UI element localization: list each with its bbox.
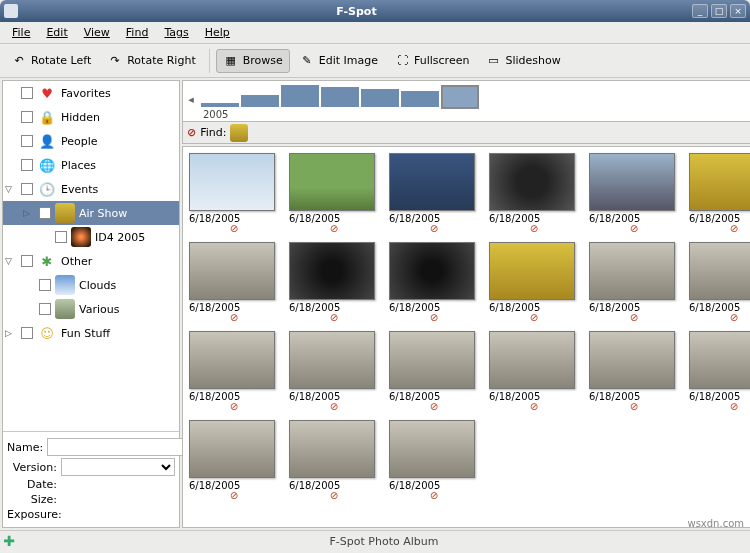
thumbnail-image[interactable] bbox=[589, 153, 675, 211]
timeline[interactable]: ◂ ▸ 2005 bbox=[182, 80, 750, 122]
timeline-prev-button[interactable]: ◂ bbox=[185, 93, 197, 109]
tag-tree[interactable]: ♥Favorites🔒Hidden👤People🌐Places▽🕒Events▷… bbox=[3, 81, 179, 431]
thumbnail[interactable]: 6/18/2005⊘ bbox=[489, 242, 579, 323]
thumbnail-image[interactable] bbox=[489, 331, 575, 389]
expander-icon[interactable]: ▷ bbox=[23, 208, 35, 218]
thumbnail-image[interactable] bbox=[389, 420, 475, 478]
tag-row-events[interactable]: ▽🕒Events bbox=[3, 177, 179, 201]
thumbnail[interactable]: 6/18/2005⊘ bbox=[689, 242, 750, 323]
maximize-button[interactable]: □ bbox=[711, 4, 727, 18]
fullscreen-button[interactable]: ⛶ Fullscreen bbox=[387, 49, 476, 73]
edit-image-button[interactable]: ✎ Edit Image bbox=[292, 49, 385, 73]
tag-checkbox[interactable] bbox=[39, 279, 51, 291]
timeline-bar[interactable] bbox=[361, 89, 399, 107]
thumbnail[interactable]: 6/18/2005⊘ bbox=[689, 331, 750, 412]
tag-checkbox[interactable] bbox=[21, 255, 33, 267]
menu-find[interactable]: Find bbox=[118, 24, 157, 41]
thumbnail[interactable]: 6/18/2005⊘ bbox=[389, 331, 479, 412]
expander-icon[interactable]: ▷ bbox=[5, 328, 17, 338]
rotate-right-button[interactable]: ↷ Rotate Right bbox=[100, 49, 202, 73]
tag-row-hidden[interactable]: 🔒Hidden bbox=[3, 105, 179, 129]
tag-row-fun-stuff[interactable]: ▷☺Fun Stuff bbox=[3, 321, 179, 345]
menu-help[interactable]: Help bbox=[197, 24, 238, 41]
thumbnail[interactable]: 6/18/2005⊘ bbox=[389, 242, 479, 323]
tag-checkbox[interactable] bbox=[21, 111, 33, 123]
tag-checkbox[interactable] bbox=[21, 327, 33, 339]
browse-button[interactable]: ▦ Browse bbox=[216, 49, 290, 73]
thumbnail-image[interactable] bbox=[389, 153, 475, 211]
tag-row-various[interactable]: Various bbox=[3, 297, 179, 321]
menu-edit[interactable]: Edit bbox=[38, 24, 75, 41]
thumbnail[interactable]: 6/18/2005⊘ bbox=[189, 420, 279, 501]
thumbnail[interactable]: 6/18/2005⊘ bbox=[189, 331, 279, 412]
name-field[interactable] bbox=[47, 438, 187, 456]
tag-checkbox[interactable]: ✔ bbox=[39, 207, 51, 219]
tag-row-people[interactable]: 👤People bbox=[3, 129, 179, 153]
thumbnail[interactable]: 6/18/2005⊘ bbox=[689, 153, 750, 234]
thumbnail-image[interactable] bbox=[489, 153, 575, 211]
thumbnail-image[interactable] bbox=[289, 242, 375, 300]
thumbnail[interactable]: 6/18/2005⊘ bbox=[189, 242, 279, 323]
thumbnail-image[interactable] bbox=[689, 242, 750, 300]
thumbnail-image[interactable] bbox=[589, 242, 675, 300]
thumbnail[interactable]: 6/18/2005⊘ bbox=[589, 242, 679, 323]
thumbnail-image[interactable] bbox=[389, 331, 475, 389]
thumbnail-image[interactable] bbox=[189, 153, 275, 211]
thumbnail[interactable]: 6/18/2005⊘ bbox=[289, 420, 379, 501]
clear-find-icon[interactable]: ⊘ bbox=[187, 126, 196, 139]
thumbnail-image[interactable] bbox=[189, 331, 275, 389]
thumbnail-grid[interactable]: 6/18/2005⊘6/18/2005⊘6/18/2005⊘6/18/2005⊘… bbox=[182, 146, 750, 528]
timeline-bar[interactable] bbox=[441, 85, 479, 109]
add-button[interactable]: ✚ bbox=[0, 533, 18, 549]
tag-checkbox[interactable] bbox=[21, 159, 33, 171]
timeline-bars[interactable] bbox=[201, 85, 750, 107]
tag-row-favorites[interactable]: ♥Favorites bbox=[3, 81, 179, 105]
rotate-left-button[interactable]: ↶ Rotate Left bbox=[4, 49, 98, 73]
thumbnail-image[interactable] bbox=[689, 331, 750, 389]
close-button[interactable]: × bbox=[730, 4, 746, 18]
tag-row-id4-2005[interactable]: ID4 2005 bbox=[3, 225, 179, 249]
thumbnail[interactable]: 6/18/2005⊘ bbox=[289, 153, 379, 234]
tag-checkbox[interactable] bbox=[21, 87, 33, 99]
timeline-bar[interactable] bbox=[281, 85, 319, 107]
thumbnail-image[interactable] bbox=[189, 242, 275, 300]
thumbnail-image[interactable] bbox=[389, 242, 475, 300]
slideshow-button[interactable]: ▭ Slideshow bbox=[478, 49, 567, 73]
thumbnail-image[interactable] bbox=[189, 420, 275, 478]
menu-tags[interactable]: Tags bbox=[156, 24, 196, 41]
thumbnail[interactable]: 6/18/2005⊘ bbox=[489, 331, 579, 412]
thumbnail[interactable]: 6/18/2005⊘ bbox=[289, 242, 379, 323]
thumbnail-image[interactable] bbox=[289, 420, 375, 478]
thumbnail-image[interactable] bbox=[489, 242, 575, 300]
expander-icon[interactable]: ▽ bbox=[5, 256, 17, 266]
tag-checkbox[interactable] bbox=[39, 303, 51, 315]
timeline-bar[interactable] bbox=[401, 91, 439, 107]
menu-file[interactable]: File bbox=[4, 24, 38, 41]
thumbnail-image[interactable] bbox=[289, 153, 375, 211]
tag-checkbox[interactable] bbox=[55, 231, 67, 243]
tag-row-other[interactable]: ▽✱Other bbox=[3, 249, 179, 273]
thumbnail-image[interactable] bbox=[689, 153, 750, 211]
thumbnail[interactable]: 6/18/2005⊘ bbox=[289, 331, 379, 412]
expander-icon[interactable]: ▽ bbox=[5, 184, 17, 194]
menu-view[interactable]: View bbox=[76, 24, 118, 41]
minimize-button[interactable]: _ bbox=[692, 4, 708, 18]
tag-row-air-show[interactable]: ▷✔Air Show bbox=[3, 201, 179, 225]
thumbnail[interactable]: 6/18/2005⊘ bbox=[189, 153, 279, 234]
version-select[interactable] bbox=[61, 458, 175, 476]
thumbnail[interactable]: 6/18/2005⊘ bbox=[589, 331, 679, 412]
thumbnail[interactable]: 6/18/2005⊘ bbox=[389, 420, 479, 501]
tag-row-places[interactable]: 🌐Places bbox=[3, 153, 179, 177]
thumbnail[interactable]: 6/18/2005⊘ bbox=[389, 153, 479, 234]
timeline-bar[interactable] bbox=[321, 87, 359, 107]
thumbnail-image[interactable] bbox=[289, 331, 375, 389]
tag-checkbox[interactable] bbox=[21, 135, 33, 147]
tag-checkbox[interactable] bbox=[21, 183, 33, 195]
timeline-bar[interactable] bbox=[201, 103, 239, 107]
tag-row-clouds[interactable]: Clouds bbox=[3, 273, 179, 297]
thumbnail[interactable]: 6/18/2005⊘ bbox=[489, 153, 579, 234]
find-tag-icon[interactable] bbox=[230, 124, 248, 142]
thumbnail[interactable]: 6/18/2005⊘ bbox=[589, 153, 679, 234]
timeline-bar[interactable] bbox=[241, 95, 279, 107]
thumbnail-image[interactable] bbox=[589, 331, 675, 389]
